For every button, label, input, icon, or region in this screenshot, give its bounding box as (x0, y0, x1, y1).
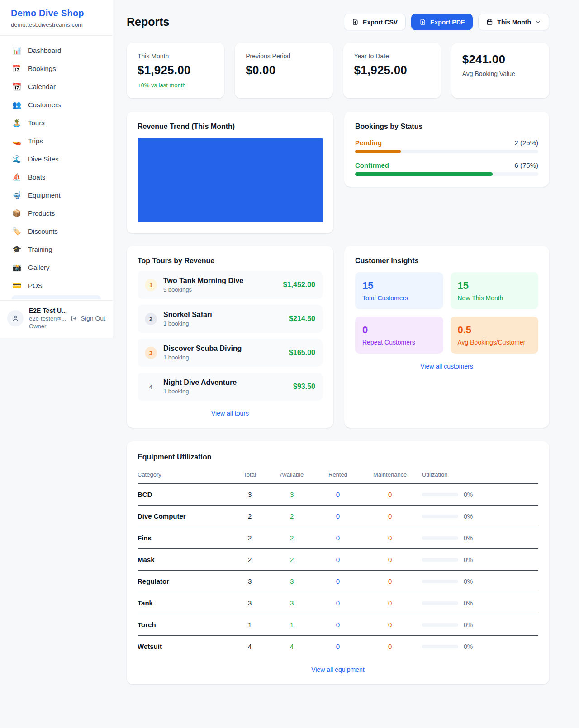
tour-bookings: 5 bookings (163, 286, 277, 293)
period-label: This Month (497, 19, 531, 26)
column-header-rented: Rented (318, 468, 358, 484)
cell-maintenance: 0 (358, 571, 422, 592)
sidebar-item-label: Tours (28, 119, 45, 127)
stat-card-year-to-date: Year to Date $1,925.00 (343, 43, 441, 98)
sidebar-item-label: Training (28, 246, 52, 253)
tour-name: Night Dive Adventure (163, 378, 287, 387)
sidebar-item-dashboard[interactable]: 📊Dashboard (5, 42, 107, 59)
period-dropdown[interactable]: This Month (478, 14, 549, 30)
stat-label: Year to Date (354, 52, 430, 60)
sidebar: Demo Dive Shop demo.test.divestreams.com… (0, 0, 113, 338)
view-all-tours-link[interactable]: View all tours (138, 410, 323, 417)
sidebar-item-pos[interactable]: 💳POS (5, 277, 107, 294)
export-csv-button[interactable]: Export CSV (344, 14, 406, 30)
cell-category: Torch (138, 614, 234, 636)
tour-bookings: 1 booking (163, 388, 287, 395)
sidebar-item-trips[interactable]: 🚤Trips (5, 132, 107, 149)
status-bar-track (355, 172, 538, 176)
table-row: Tank 3 3 0 0 0% (138, 592, 538, 614)
export-pdf-label: Export PDF (430, 19, 465, 26)
utilization-bar-track (422, 601, 458, 605)
sidebar-item-label: Calendar (28, 83, 56, 90)
tour-row[interactable]: 3 Discover Scuba Diving 1 booking $165.0… (138, 339, 323, 367)
boats-icon: ⛵ (12, 174, 22, 181)
sidebar-item-training[interactable]: 🎓Training (5, 241, 107, 258)
view-all-customers-link[interactable]: View all customers (355, 363, 538, 370)
status-bar-fill (355, 150, 401, 153)
status-label: Pending (355, 139, 382, 147)
insight-tile-repeat-customers: 0 Repeat Customers (355, 317, 443, 354)
status-bar-fill (355, 172, 493, 176)
utilization-label: 0% (464, 643, 473, 650)
cell-maintenance: 0 (358, 484, 422, 506)
sidebar-item-customers[interactable]: 👥Customers (5, 96, 107, 113)
cell-total: 2 (234, 549, 266, 571)
cell-maintenance: 0 (358, 506, 422, 527)
utilization-label: 0% (464, 534, 473, 542)
cell-category: Wetsuit (138, 636, 234, 657)
tour-name: Snorkel Safari (163, 311, 283, 319)
view-all-equipment-link[interactable]: View all equipment (138, 666, 538, 673)
sign-out-button[interactable]: Sign Out (71, 315, 105, 322)
insight-value: 0 (362, 324, 436, 336)
sidebar-item-bookings[interactable]: 📅Bookings (5, 60, 107, 77)
sidebar-item-products[interactable]: 📦Products (5, 205, 107, 222)
column-header-available: Available (266, 468, 318, 484)
insight-label: Repeat Customers (362, 339, 436, 346)
cell-available: 2 (266, 549, 318, 571)
tour-row[interactable]: 4 Night Dive Adventure 1 booking $93.50 (138, 373, 323, 401)
stat-value: $1,925.00 (354, 63, 430, 77)
cell-available: 2 (266, 506, 318, 527)
stat-delta: +0% vs last month (138, 82, 214, 89)
tour-name: Two Tank Morning Dive (163, 277, 277, 285)
sidebar-item-equipment[interactable]: 🤿Equipment (5, 187, 107, 203)
utilization-cell: 0% (422, 491, 538, 498)
utilization-label: 0% (464, 600, 473, 607)
cell-category: Regulator (138, 571, 234, 592)
sidebar-item-calendar[interactable]: 📆Calendar (5, 78, 107, 95)
cell-rented: 0 (318, 527, 358, 549)
bookings-by-status-card: Bookings by Status Pending 2 (25%) Confi… (344, 112, 549, 187)
calendar-icon (486, 19, 493, 25)
insight-value: 0.5 (458, 324, 532, 336)
customer-insights-title: Customer Insights (355, 257, 538, 265)
stat-label: Previous Period (246, 52, 322, 60)
sidebar-item-dive-sites[interactable]: 🌊Dive Sites (5, 151, 107, 167)
table-header-row: Category Total Available Rented Maintena… (138, 468, 538, 484)
utilization-cell: 0% (422, 556, 538, 563)
cell-category: BCD (138, 484, 234, 506)
user-email: e2e-tester@... (29, 315, 65, 322)
cell-available: 4 (266, 636, 318, 657)
sidebar-item-boats[interactable]: ⛵Boats (5, 169, 107, 185)
user-role: Owner (29, 323, 65, 330)
bookings-by-status-title: Bookings by Status (355, 123, 538, 131)
sidebar-item-label: Dashboard (28, 47, 61, 54)
cell-rented: 0 (318, 506, 358, 527)
column-header-utilization: Utilization (422, 468, 538, 484)
cell-maintenance: 0 (358, 592, 422, 614)
revenue-trend-title: Revenue Trend (This Month) (138, 123, 323, 131)
tour-row[interactable]: 1 Two Tank Morning Dive 5 bookings $1,45… (138, 271, 323, 299)
top-tours-title: Top Tours by Revenue (138, 257, 323, 265)
cell-total: 4 (234, 636, 266, 657)
utilization-cell: 0% (422, 578, 538, 585)
sidebar-item-discounts[interactable]: 🏷️Discounts (5, 223, 107, 240)
utilization-cell: 0% (422, 513, 538, 520)
utilization-bar-track (422, 645, 458, 648)
sidebar-item-label: Trips (28, 137, 43, 145)
status-count: 2 (25%) (514, 139, 538, 147)
table-row: Wetsuit 4 4 0 0 0% (138, 636, 538, 657)
rank-badge: 3 (145, 347, 157, 359)
status-label: Confirmed (355, 161, 389, 169)
sidebar-item-gallery[interactable]: 📸Gallery (5, 259, 107, 276)
tour-row[interactable]: 2 Snorkel Safari 1 booking $214.50 (138, 305, 323, 333)
utilization-cell: 0% (422, 643, 538, 650)
tour-bookings: 1 booking (163, 320, 283, 327)
stats-row: This Month $1,925.00 +0% vs last month P… (127, 43, 549, 98)
export-pdf-button[interactable]: Export PDF (411, 14, 473, 30)
cell-available: 2 (266, 527, 318, 549)
table-row: Torch 1 1 0 0 0% (138, 614, 538, 636)
sidebar-item-tours[interactable]: 🏝️Tours (5, 114, 107, 131)
discounts-icon: 🏷️ (12, 228, 22, 235)
file-download-icon (419, 19, 426, 25)
